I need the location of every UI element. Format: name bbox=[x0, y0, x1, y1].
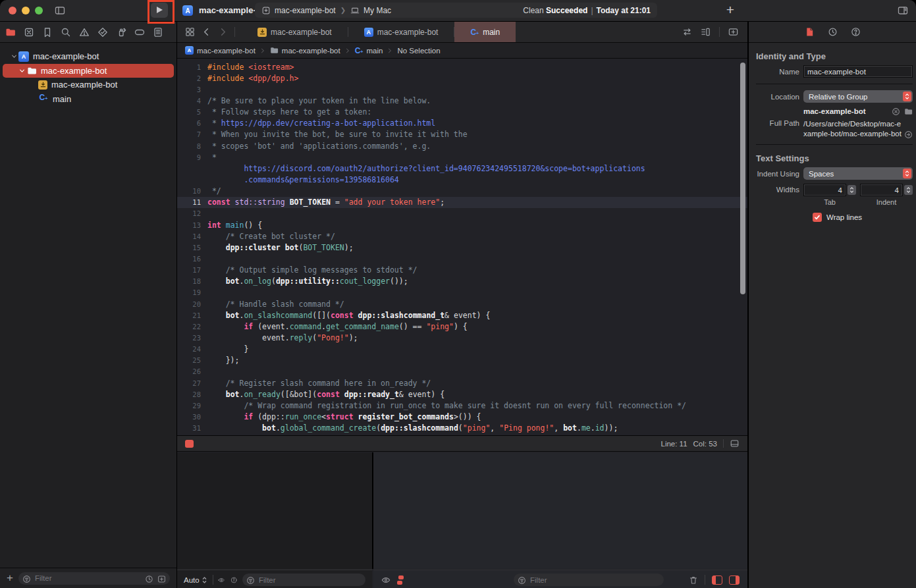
code-line[interactable]: 28 bot.on_ready([&bot](const dpp::ready_… bbox=[177, 388, 747, 400]
line-number[interactable]: 7 bbox=[177, 130, 207, 138]
console-eye-icon[interactable] bbox=[381, 575, 391, 585]
code-line[interactable]: 21 bot.on_slashcommand([](const dpp::sla… bbox=[177, 309, 747, 321]
variables-view[interactable] bbox=[177, 452, 372, 569]
reports-navigator-icon[interactable] bbox=[153, 27, 163, 38]
line-number[interactable]: 13 bbox=[177, 221, 207, 229]
chevron-down-icon[interactable] bbox=[17, 68, 26, 74]
code-line[interactable]: 2#include <dpp/dpp.h> bbox=[177, 72, 747, 84]
code-line[interactable]: 22 if (event.command.get_command_name() … bbox=[177, 321, 747, 332]
destination-name[interactable]: My Mac bbox=[364, 6, 391, 15]
code-line[interactable]: 17 /* Output simple log messages to stdo… bbox=[177, 265, 747, 276]
line-number[interactable]: 14 bbox=[177, 232, 207, 240]
forward-chevron-icon[interactable] bbox=[218, 27, 228, 37]
code-line[interactable]: 9 * bbox=[177, 151, 747, 163]
line-number[interactable]: 26 bbox=[177, 367, 207, 375]
navigator-filter-input[interactable] bbox=[34, 574, 142, 583]
line-number[interactable]: 6 bbox=[177, 119, 207, 127]
line-number[interactable]: 25 bbox=[177, 356, 207, 364]
line-number[interactable]: 8 bbox=[177, 142, 207, 150]
indent-width-stepper[interactable] bbox=[904, 185, 913, 195]
source-control-navigator-icon[interactable] bbox=[24, 27, 34, 38]
line-number[interactable]: 15 bbox=[177, 244, 207, 252]
issues-navigator-icon[interactable] bbox=[79, 27, 90, 38]
open-path-arrow-icon[interactable] bbox=[904, 130, 913, 138]
help-inspector-icon[interactable] bbox=[851, 27, 861, 37]
breakpoints-red-icon[interactable] bbox=[397, 575, 404, 585]
line-number[interactable]: 17 bbox=[177, 266, 207, 274]
line-number[interactable]: 20 bbox=[177, 300, 207, 308]
code-line[interactable]: 1#include <iostream> bbox=[177, 61, 747, 72]
back-chevron-icon[interactable] bbox=[202, 27, 211, 37]
code-line[interactable]: 30 if (dpp::run_once<struct register_bot… bbox=[177, 411, 747, 422]
breadcrumb-item-mac-example-bot[interactable]: mac-example-bot bbox=[270, 46, 340, 55]
code-line[interactable]: 26 bbox=[177, 366, 747, 377]
toggle-inspector-icon[interactable] bbox=[896, 5, 909, 16]
line-number[interactable]: 9 bbox=[177, 153, 207, 161]
line-number[interactable]: 22 bbox=[177, 323, 207, 331]
code-line[interactable]: 16 bbox=[177, 253, 747, 264]
code-line[interactable]: 5 * Follow steps here to get a token: bbox=[177, 107, 747, 118]
history-inspector-icon[interactable] bbox=[828, 27, 838, 37]
line-number[interactable]: 23 bbox=[177, 334, 207, 342]
line-number[interactable]: 1 bbox=[177, 63, 207, 71]
indent-width-field[interactable] bbox=[860, 184, 903, 196]
code-line[interactable]: 23 event.reply("Pong!"); bbox=[177, 332, 747, 343]
tab-main[interactable]: C+main bbox=[454, 22, 516, 42]
code-line[interactable]: 6 * https://dpp.dev/creating-a-bot-appli… bbox=[177, 118, 747, 129]
project-navigator-icon[interactable] bbox=[5, 27, 16, 38]
chevron-down-icon[interactable] bbox=[9, 53, 18, 59]
add-editor-icon[interactable] bbox=[728, 27, 738, 37]
variables-filter-input[interactable] bbox=[257, 575, 362, 585]
scm-status-filter-icon[interactable] bbox=[157, 574, 166, 583]
tree-item-mac-example-bot[interactable]: mac-example-bot bbox=[3, 78, 174, 92]
line-number[interactable]: 29 bbox=[177, 402, 207, 410]
code-line[interactable]: 8 * scopes 'bot' and 'applications.comma… bbox=[177, 140, 747, 151]
add-tab-button[interactable]: + bbox=[726, 2, 734, 18]
tab-width-stepper[interactable] bbox=[848, 185, 856, 195]
clear-location-icon[interactable] bbox=[892, 107, 900, 115]
choose-folder-icon[interactable] bbox=[904, 107, 913, 115]
wrap-lines-checkbox[interactable] bbox=[813, 213, 822, 222]
line-number[interactable]: 24 bbox=[177, 345, 207, 353]
info-icon[interactable] bbox=[230, 575, 237, 585]
breadcrumb-item-mac-example-bot[interactable]: Amac-example-bot bbox=[185, 46, 256, 55]
tree-item-mac-example-bot[interactable]: Amac-example-bot bbox=[3, 49, 174, 64]
breadcrumb-item-main[interactable]: C+main bbox=[355, 47, 383, 55]
code-line[interactable]: 27 /* Register slash command here in on_… bbox=[177, 377, 747, 388]
line-number[interactable]: 27 bbox=[177, 379, 207, 387]
indent-using-dropdown[interactable]: Spaces bbox=[803, 167, 913, 180]
zoom-window-button[interactable] bbox=[35, 7, 43, 14]
line-number[interactable]: 11 bbox=[177, 198, 207, 206]
line-number[interactable]: 16 bbox=[177, 255, 207, 263]
breakpoint-activation-icon[interactable] bbox=[185, 440, 194, 448]
code-review-icon[interactable] bbox=[682, 27, 692, 37]
show-console-view-toggle[interactable] bbox=[729, 575, 740, 585]
code-line[interactable]: 14 /* Create bot cluster */ bbox=[177, 230, 747, 242]
line-number[interactable]: 10 bbox=[177, 187, 207, 195]
line-number[interactable]: 28 bbox=[177, 390, 207, 398]
bookmarks-navigator-icon[interactable] bbox=[42, 27, 53, 38]
tree-item-main[interactable]: C+main bbox=[3, 92, 174, 107]
activity-view[interactable]: mac-example-bot ❯ My Mac Clean Succeeded… bbox=[255, 3, 657, 18]
code-line[interactable]: .commands&permissions=139586816064 bbox=[177, 174, 747, 185]
related-items-icon[interactable] bbox=[185, 27, 195, 37]
line-number[interactable]: 19 bbox=[177, 288, 207, 296]
trash-icon[interactable] bbox=[689, 575, 698, 585]
breadcrumb-item-No Selection[interactable]: No Selection bbox=[397, 47, 440, 55]
code-line[interactable]: 13int main() { bbox=[177, 219, 747, 230]
tab-mac-example-bot[interactable]: Amac-example-bot bbox=[348, 22, 454, 42]
location-dropdown[interactable]: Relative to Group bbox=[803, 90, 913, 103]
tests-navigator-icon[interactable] bbox=[97, 27, 108, 38]
code-line[interactable]: 31 bot.global_command_create(dpp::slashc… bbox=[177, 423, 747, 434]
name-field[interactable] bbox=[803, 65, 913, 78]
show-variables-view-toggle[interactable] bbox=[712, 575, 722, 585]
source-editor[interactable]: 1#include <iostream>2#include <dpp/dpp.h… bbox=[177, 59, 747, 435]
code-line[interactable]: 20 /* Handle slash command */ bbox=[177, 298, 747, 309]
debug-navigator-icon[interactable] bbox=[116, 27, 126, 38]
find-navigator-icon[interactable] bbox=[61, 27, 71, 38]
tab-mac-example-bot[interactable]: mac-example-bot bbox=[242, 22, 348, 42]
code-line[interactable]: 15 dpp::cluster bot(BOT_TOKEN); bbox=[177, 242, 747, 253]
code-line[interactable]: 10 */ bbox=[177, 186, 747, 197]
code-line[interactable]: 24 } bbox=[177, 344, 747, 355]
line-number[interactable]: 21 bbox=[177, 311, 207, 319]
